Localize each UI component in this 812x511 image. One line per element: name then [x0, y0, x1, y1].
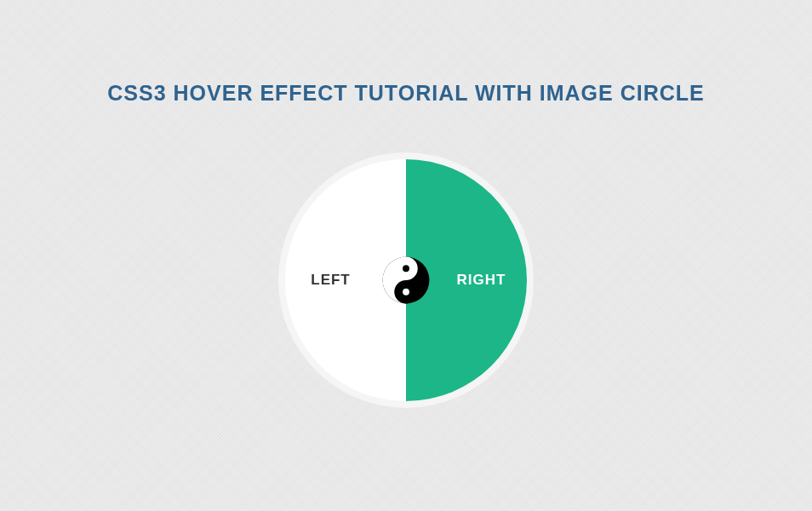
- svg-point-3: [403, 265, 409, 272]
- left-label: LEFT: [311, 272, 351, 289]
- circle-inner: LEFT RIGHT: [285, 159, 527, 401]
- svg-point-4: [403, 289, 409, 296]
- circle-container: LEFT RIGHT: [278, 152, 534, 408]
- right-label: RIGHT: [457, 272, 506, 289]
- yinyang-icon: [382, 256, 430, 304]
- page-title: CSS3 HOVER EFFECT TUTORIAL WITH IMAGE CI…: [0, 0, 812, 106]
